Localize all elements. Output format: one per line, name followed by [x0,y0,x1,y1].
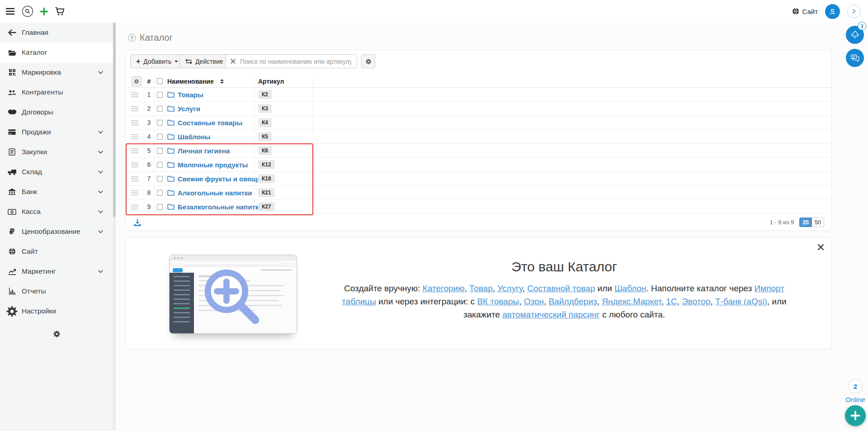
clear-search-icon[interactable] [231,59,236,64]
promo-link[interactable]: Яндекс.Маркет [602,297,661,306]
promo-link[interactable]: Товар [469,284,493,293]
sidebar-item-catalog[interactable]: Каталог [0,43,113,62]
menu-icon[interactable] [5,8,15,15]
drag-handle-icon[interactable] [130,134,139,140]
sidebar-item-sales[interactable]: Продажи [0,122,113,142]
promo-link[interactable]: Эвотор [682,297,710,306]
catalog-card: + Добавить Действие # Наименование Артик… [125,50,832,231]
category-link[interactable]: Алкогольные напитки [178,189,252,197]
sidebar-item-bank[interactable]: Банк [0,182,113,202]
drag-handle-icon[interactable] [130,204,139,210]
search-settings-button[interactable] [361,54,375,68]
add-button[interactable]: + Добавить [130,54,184,68]
category-link[interactable]: Товары [178,91,203,99]
row-checkbox[interactable] [157,92,163,98]
category-link[interactable]: Безалкогольные напитки [178,203,263,211]
swap-arrows-icon [185,59,192,64]
promo-link[interactable]: Озон [524,297,544,306]
sku-badge: К4 [258,118,272,127]
category-link[interactable]: Шаблоны [178,133,211,141]
promo-link[interactable]: Категорию [423,284,465,293]
row-checkbox[interactable] [157,120,163,126]
sidebar-item-purchases[interactable]: Закупки [0,142,113,162]
sidebar-item-label: Склад [22,168,42,176]
promo-link[interactable]: 1С [666,297,677,306]
chevron-down-icon [98,71,103,74]
bank-icon [6,188,18,195]
caret-down-icon [175,61,178,62]
drag-handle-icon[interactable] [130,120,139,126]
table-columns-settings-button[interactable] [132,76,142,86]
fab-add-button[interactable] [845,405,866,426]
category-link[interactable]: Услуги [178,105,200,113]
topbar-site-link[interactable]: Сайт [792,8,818,15]
row-checkbox[interactable] [157,134,163,140]
folder-icon [167,147,175,154]
download-icon[interactable] [133,218,142,227]
row-checkbox[interactable] [157,162,163,168]
page-size-50-button[interactable]: 50 [812,218,824,227]
sidebar-item-label: Договоры [22,108,53,116]
chevron-right-icon [851,9,857,14]
chat-button[interactable] [846,49,864,67]
search-icon[interactable] [22,5,33,17]
online-label: Online [841,396,868,403]
drag-handle-icon[interactable] [130,190,139,196]
sku-badge: К12 [258,160,275,169]
promo-link[interactable]: Составной товар [527,284,595,293]
row-checkbox[interactable] [157,176,163,182]
drag-handle-icon[interactable] [130,176,139,182]
category-link[interactable]: Молочные продукты [178,161,248,169]
promo-link[interactable]: ВК товары [477,297,519,306]
sidebar-item-reports[interactable]: Отчеты [0,281,113,301]
drag-handle-icon[interactable] [130,92,139,98]
quick-add-icon[interactable] [40,8,48,15]
row-checkbox[interactable] [157,204,163,210]
pagination-range: 1 - 9 из 9 [769,219,794,226]
avatar[interactable] [825,4,840,19]
sidebar-scrollbar[interactable] [113,23,116,217]
sidebar-bottom-gear-icon[interactable] [0,330,113,338]
sidebar-item-cashbox[interactable]: Касса [0,202,113,222]
sidebar-item-marketing[interactable]: Маркетинг [0,261,113,281]
category-link[interactable]: Личная гигиена [178,147,230,155]
sidebar-item-label: Сайт [22,247,38,256]
help-icon[interactable]: ? [128,34,136,42]
column-header-name[interactable]: Наименование [167,78,214,85]
drag-handle-icon[interactable] [130,162,139,168]
category-link[interactable]: Свежие фрукты и овощи [178,175,261,183]
bar-chart-icon [6,288,18,295]
promo-link[interactable]: Услугу [497,284,522,293]
online-count-badge[interactable]: 2 [848,379,863,394]
sidebar-item-home[interactable]: Главная [0,23,113,43]
row-checkbox[interactable] [157,148,163,154]
category-link[interactable]: Составные товары [178,119,242,127]
select-all-checkbox[interactable] [157,78,163,84]
promo-link[interactable]: автоматический парсинг [502,310,600,319]
sidebar-item-marking[interactable]: Маркировка [0,62,113,82]
cart-icon[interactable] [55,7,65,16]
sidebar-item-pricing[interactable]: ₽Ценообразование [0,222,113,242]
row-checkbox[interactable] [157,190,163,196]
sidebar-item-contractors[interactable]: Контрагенты [0,82,113,102]
promo-text-segment: , [677,297,682,306]
row-checkbox[interactable] [157,106,163,112]
sidebar-item-site[interactable]: Сайт [0,242,113,261]
drag-handle-icon[interactable] [130,106,139,112]
sidebar-item-settings[interactable]: Настройки [0,301,113,321]
page-size-25-button[interactable]: 25 [799,218,812,227]
search-input[interactable] [239,57,352,66]
promo-link[interactable]: Т-банк (aQsi) [715,297,767,306]
topbar-collapse-button[interactable] [847,5,861,18]
promo-link[interactable]: Шаблон [614,284,646,293]
drag-handle-icon[interactable] [130,148,139,154]
sort-icon[interactable] [220,79,224,84]
sidebar-item-contracts[interactable]: Договоры [0,102,113,122]
column-header-sku[interactable]: Артикул [258,78,284,85]
row-number: 6 [147,161,151,168]
sidebar-item-warehouse[interactable]: Склад [0,162,113,182]
close-icon[interactable] [817,244,824,251]
chevron-down-icon [98,190,103,194]
column-header-number[interactable]: # [147,78,151,85]
promo-link[interactable]: Вайлдбериз [549,297,597,306]
